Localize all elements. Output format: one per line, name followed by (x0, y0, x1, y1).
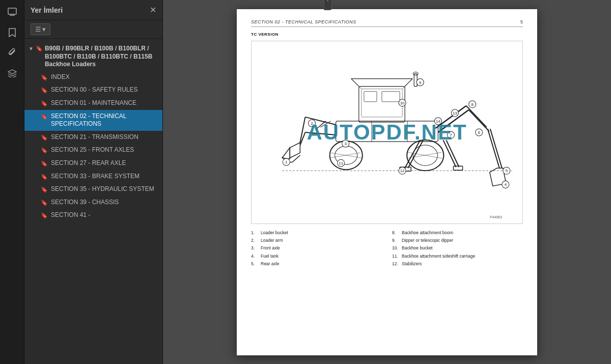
bookmark-item-icon-s35: 🔖 (41, 186, 48, 193)
sidebar-item-section39[interactable]: 🔖 SECTION 39 - CHASSIS (24, 196, 162, 209)
bookmark-item-icon-s01: 🔖 (41, 100, 48, 107)
backhoe-diagram-svg: 1 2 3 4 5 6 7 8 (252, 41, 522, 223)
main-content: SECTION 02 - TECHNICAL SPECIFICATIONS 5 … (163, 0, 611, 364)
legend-num-3: 3. (251, 244, 259, 251)
legend-item-12: 12. Stabilizers (392, 260, 523, 267)
sidebar-item-section33[interactable]: 🔖 SECTION 33 - BRAKE SYSTEM (24, 170, 162, 183)
sidebar-item-label-s21: SECTION 21 - TRANSMISSION (51, 133, 138, 142)
sidebar-item-label-s41: SECTION 41 - (51, 211, 90, 219)
sidebar-item-section25[interactable]: 🔖 SECTION 25 - FRONT AXLES (24, 144, 162, 157)
sidebar-item-section35[interactable]: 🔖 SECTION 35 - HYDRAULIC SYSTEM (24, 183, 162, 196)
legend-num-10: 10. (392, 244, 400, 251)
bookmark-item-icon-s27: 🔖 (41, 160, 48, 167)
paperclip-tool-icon[interactable] (4, 45, 20, 61)
bookmark-item-icon-s25: 🔖 (41, 147, 48, 154)
bookmark-item-icon-s33: 🔖 (41, 173, 48, 180)
sidebar-item-section00[interactable]: 🔖 SECTION 00 - SAFETY RULES (24, 83, 162, 97)
legend-text-2: Loader arm (261, 237, 283, 244)
svg-rect-40 (414, 73, 417, 86)
svg-line-23 (330, 153, 360, 158)
sidebar-title: Yer İmleri (31, 6, 63, 14)
svg-text:4: 4 (505, 182, 507, 187)
svg-text:8: 8 (471, 102, 474, 106)
svg-text:12: 12 (400, 169, 405, 173)
legend-item-9: 9. Dipper or telescopic dipper (392, 237, 523, 244)
svg-line-35 (408, 140, 423, 168)
legend-text-12: Stabilizers (402, 260, 422, 267)
svg-line-31 (469, 109, 489, 131)
left-toolbar (0, 0, 24, 364)
svg-rect-10 (382, 91, 400, 101)
root-group-title: B90B / B90BLR / B100B / B100BLR / B100BT… (45, 45, 158, 69)
svg-text:11: 11 (339, 161, 343, 165)
svg-text:9: 9 (419, 80, 422, 85)
cursor-tool-icon[interactable] (4, 4, 20, 20)
svg-line-15 (305, 132, 336, 135)
bookmark-item-icon-s39: 🔖 (41, 199, 48, 206)
sidebar-item-label-s27: SECTION 27 - REAR AXLE (51, 159, 126, 167)
sidebar-item-label-s35: SECTION 35 - HYDRAULIC SYSTEM (51, 185, 154, 193)
legend-item-11: 11. Backhoe attachment sideshift carriag… (392, 253, 523, 260)
tc-version-label: TC VERSION (251, 32, 523, 37)
legend-num-2: 2. (251, 237, 259, 244)
sidebar-menu-arrow-icon: ▾ (42, 25, 46, 33)
sidebar-item-label-s00: SECTION 00 - SAFETY RULES (51, 86, 138, 94)
svg-line-7 (351, 78, 362, 89)
sidebar-item-section01[interactable]: 🔖 SECTION 01 - MAINTENANCE (24, 97, 162, 110)
sidebar-item-label-index: INDEX (51, 73, 70, 81)
sidebar-item-label-s02: SECTION 02 - TECHNICAL SPECIFICATIONS (51, 113, 158, 128)
diagram-box: 1 2 3 4 5 6 7 8 (251, 41, 523, 224)
sidebar-item-section02[interactable]: 🔖 SECTION 02 - TECHNICAL SPECIFICATIONS (24, 110, 162, 131)
legend-num-8: 8. (392, 229, 400, 236)
legend-item-4: 4. Fuel tank (251, 253, 382, 260)
sidebar-item-label-s01: SECTION 01 - MAINTENANCE (51, 99, 136, 107)
bookmark-item-icon-s00: 🔖 (41, 87, 48, 94)
legend-text-3: Front axle (261, 244, 280, 251)
legend-num-1: 1. (251, 229, 259, 236)
legend-text-4: Fuel tank (261, 253, 279, 260)
sidebar-item-label-s25: SECTION 25 - FRONT AXLES (51, 146, 134, 154)
sidebar-tools-bar: ☰ ▾ (24, 20, 162, 39)
svg-line-8 (402, 78, 412, 89)
legend-item-2: 2. Loader arm (251, 237, 382, 244)
sidebar: Yer İmleri ✕ ☰ ▾ ▼ 🔖 B90B / B90BLR / B10… (24, 0, 163, 364)
page-header: SECTION 02 - TECHNICAL SPECIFICATIONS 5 (251, 19, 523, 27)
legend-item-3: 3. Front axle (251, 244, 382, 251)
svg-text:13: 13 (453, 110, 457, 115)
sidebar-close-button[interactable]: ✕ (150, 5, 156, 15)
sidebar-item-index[interactable]: 🔖 INDEX (24, 71, 162, 84)
sidebar-item-section21[interactable]: 🔖 SECTION 21 - TRANSMISSION (24, 131, 162, 144)
page-number: 5 (520, 19, 523, 24)
sidebar-collapse-button[interactable]: ‹ (324, 0, 332, 10)
svg-text:1: 1 (285, 160, 288, 164)
svg-rect-0 (8, 8, 16, 14)
sidebar-header: Yer İmleri ✕ (24, 0, 162, 20)
layers-tool-icon[interactable] (4, 65, 20, 81)
bookmark-tool-icon[interactable] (4, 24, 20, 41)
bookmark-list: ▼ 🔖 B90B / B90BLR / B100B / B100BLR / B1… (24, 39, 162, 226)
svg-text:5: 5 (506, 169, 508, 173)
legend-num-5: 5. (251, 260, 259, 267)
svg-line-22 (331, 153, 362, 158)
bookmark-icon: 🔖 (36, 45, 43, 52)
bookmark-item-icon-s02: 🔖 (41, 113, 48, 120)
svg-text:10: 10 (400, 100, 405, 105)
sidebar-content[interactable]: ▼ 🔖 B90B / B90BLR / B100B / B100BLR / B1… (24, 39, 162, 364)
sidebar-menu-icon: ☰ (35, 25, 41, 33)
bookmark-root-group[interactable]: ▼ 🔖 B90B / B90BLR / B100B / B100BLR / B1… (24, 43, 162, 71)
svg-text:F44063: F44063 (490, 215, 502, 218)
sidebar-menu-button[interactable]: ☰ ▾ (31, 23, 50, 35)
sidebar-item-section41[interactable]: 🔖 SECTION 41 - (24, 209, 162, 222)
svg-line-28 (435, 105, 466, 128)
legend-text-11: Backhoe attachment sideshift carriage (402, 253, 475, 260)
svg-text:14: 14 (436, 119, 440, 123)
sidebar-item-section27[interactable]: 🔖 SECTION 27 - REAR AXLE (24, 157, 162, 170)
legend-item-10: 10. Backhoe bucket (392, 244, 523, 251)
legend-text-10: Backhoe bucket (402, 244, 432, 251)
legend-num-11: 11. (392, 253, 400, 260)
legend-num-9: 9. (392, 237, 400, 244)
legend-num-4: 4. (251, 253, 259, 260)
legend-text-9: Dipper or telescopic dipper (402, 237, 453, 244)
legend-num-12: 12. (392, 260, 400, 267)
sidebar-item-label-s39: SECTION 39 - CHASSIS (51, 199, 119, 207)
